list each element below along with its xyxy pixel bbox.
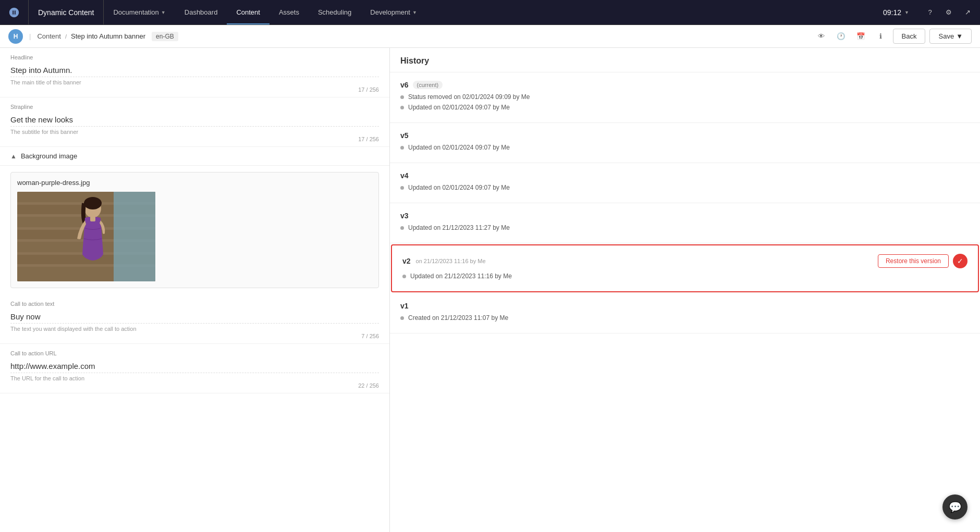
background-image-label: Background image — [21, 152, 77, 160]
cta-url-field-group: Call to action URL http://www.example.co… — [0, 344, 389, 393]
breadcrumb-divider: | — [29, 32, 31, 40]
nav-item-assets[interactable]: Assets — [270, 0, 309, 24]
cta-text-input[interactable]: Buy now — [10, 310, 379, 324]
nav-item-dashboard[interactable]: Dashboard — [175, 0, 227, 24]
version-label-v2: v2 — [402, 257, 411, 265]
restore-version-button[interactable]: Restore this version — [878, 254, 949, 268]
cta-url-label: Call to action URL — [10, 350, 379, 356]
main-layout: Headline Step into Autumn. The main titl… — [0, 48, 980, 532]
version-label-v6: v6 — [400, 81, 409, 89]
save-button[interactable]: Save ▼ — [929, 29, 972, 44]
cta-url-helper: The URL for the call to action — [10, 375, 379, 381]
version-header-v4: v4 — [400, 171, 970, 180]
entry-dot — [400, 186, 404, 190]
info-icon[interactable]: ℹ — [873, 29, 889, 44]
save-dropdown-icon[interactable]: ▼ — [956, 32, 963, 40]
version-card-v6: v6 (current) Status removed on 02/01/202… — [390, 72, 980, 123]
image-preview-inner — [17, 192, 155, 281]
version-card-v3: v3 Updated on 21/12/2023 11:27 by Me — [390, 203, 980, 243]
cta-text-field-group: Call to action text Buy now The text you… — [0, 294, 389, 344]
nav-items: Documentation ▼ Dashboard Content Assets… — [104, 0, 875, 24]
image-svg — [17, 192, 155, 281]
image-preview[interactable] — [17, 192, 155, 281]
version-entry-v1-0: Created on 21/12/2023 11:07 by Me — [400, 314, 970, 321]
history-title: History — [390, 48, 980, 72]
breadcrumb-separator: / — [65, 33, 67, 40]
preview-icon[interactable]: 👁 — [814, 29, 829, 44]
cta-url-input[interactable]: http://www.example.com — [10, 360, 379, 373]
version-header-v6: v6 (current) — [400, 81, 970, 89]
restore-confirm-button[interactable]: ✓ — [953, 254, 967, 268]
section-collapse-icon: ▲ — [10, 153, 17, 160]
version-entry-v6-0: Status removed on 02/01/2024 09:09 by Me — [400, 93, 970, 101]
background-image-container: woman-purple-dress.jpg — [10, 172, 379, 288]
avatar[interactable]: H — [8, 29, 23, 44]
content-panel: Headline Step into Autumn. The main titl… — [0, 48, 390, 532]
cta-text-label: Call to action text — [10, 301, 379, 307]
help-icon[interactable]: ? — [922, 4, 938, 21]
time-dropdown-icon[interactable]: ▼ — [904, 10, 909, 15]
version-entry-v4-0: Updated on 02/01/2024 09:07 by Me — [400, 184, 970, 191]
exit-icon[interactable]: ↗ — [959, 4, 976, 21]
svg-rect-8 — [114, 192, 155, 281]
history-icon[interactable]: 🕐 — [834, 29, 849, 44]
nav-item-development[interactable]: Development ▼ — [361, 0, 426, 24]
version-header-v3: v3 — [400, 212, 970, 220]
version-label-v4: v4 — [400, 171, 409, 180]
cta-text-helper: The text you want displayed with the cal… — [10, 326, 379, 332]
version-label-v5: v5 — [400, 131, 409, 140]
cta-text-count: 7 / 256 — [10, 333, 379, 339]
svg-rect-11 — [90, 216, 95, 221]
language-selector[interactable]: en-GB — [152, 32, 178, 41]
strapline-field-group: Strapline Get the new looks The subtitle… — [0, 97, 389, 147]
chat-fab-button[interactable]: 💬 — [942, 494, 967, 519]
version-entry-v2-0: Updated on 21/12/2023 11:16 by Me — [402, 273, 967, 280]
strapline-count: 17 / 256 — [10, 136, 379, 142]
headline-helper: The main title of this banner — [10, 79, 379, 85]
version-entry-v5-0: Updated on 02/01/2024 09:07 by Me — [400, 144, 970, 151]
nav-item-content[interactable]: Content — [227, 0, 270, 24]
settings-icon[interactable]: ⚙ — [940, 4, 957, 21]
headline-count: 17 / 256 — [10, 86, 379, 93]
background-image-section-header[interactable]: ▲ Background image — [0, 147, 389, 166]
version-header-v5: v5 — [400, 131, 970, 140]
breadcrumb-page: Step into Autumn banner — [71, 32, 145, 40]
version-actions-v2: Restore this version ✓ — [878, 254, 967, 268]
strapline-helper: The subtitle for this banner — [10, 129, 379, 135]
headline-field-group: Headline Step into Autumn. The main titl… — [0, 48, 389, 97]
version-tag-v6: (current) — [413, 81, 443, 89]
version-card-v4: v4 Updated on 02/01/2024 09:07 by Me — [390, 163, 980, 203]
strapline-label: Strapline — [10, 104, 379, 110]
version-entry-v3-0: Updated on 21/12/2023 11:27 by Me — [400, 224, 970, 231]
strapline-input[interactable]: Get the new looks — [10, 113, 379, 127]
version-card-v5: v5 Updated on 02/01/2024 09:07 by Me — [390, 123, 980, 163]
cta-url-count: 22 / 256 — [10, 382, 379, 389]
chevron-down-icon: ▼ — [161, 10, 166, 15]
nav-utility-icons: ? ⚙ ↗ — [917, 4, 980, 21]
schedule-icon[interactable]: 📅 — [853, 29, 869, 44]
version-entry-v6-1: Updated on 02/01/2024 09:07 by Me — [400, 104, 970, 111]
headline-input[interactable]: Step into Autumn. — [10, 64, 379, 77]
version-label-group-v2: v2 on 21/12/2023 11:16 by Me — [402, 257, 486, 265]
version-label-group-v6: v6 (current) — [400, 81, 443, 89]
entry-dot — [400, 146, 404, 150]
app-logo[interactable] — [0, 0, 29, 24]
breadcrumb-content[interactable]: Content — [37, 32, 61, 40]
nav-item-documentation[interactable]: Documentation ▼ — [104, 0, 175, 24]
svg-point-10 — [84, 197, 102, 209]
entry-dot — [400, 226, 404, 230]
entry-dot — [400, 95, 404, 99]
version-label-v3: v3 — [400, 212, 409, 220]
back-button[interactable]: Back — [893, 29, 926, 44]
current-time: 09:12 ▼ — [875, 8, 917, 17]
version-meta-v2: on 21/12/2023 11:16 by Me — [416, 258, 486, 264]
version-header-v1: v1 — [400, 302, 970, 310]
top-navigation: Dynamic Content Documentation ▼ Dashboar… — [0, 0, 980, 25]
entry-dot — [402, 275, 406, 278]
history-panel: History v6 (current) Status removed on 0… — [390, 48, 980, 532]
version-card-v2: v2 on 21/12/2023 11:16 by Me Restore thi… — [391, 244, 979, 292]
logo-icon — [8, 7, 20, 18]
app-name: Dynamic Content — [29, 0, 104, 24]
nav-item-scheduling[interactable]: Scheduling — [309, 0, 361, 24]
breadcrumb-bar: H | Content / Step into Autumn banner en… — [0, 25, 980, 48]
